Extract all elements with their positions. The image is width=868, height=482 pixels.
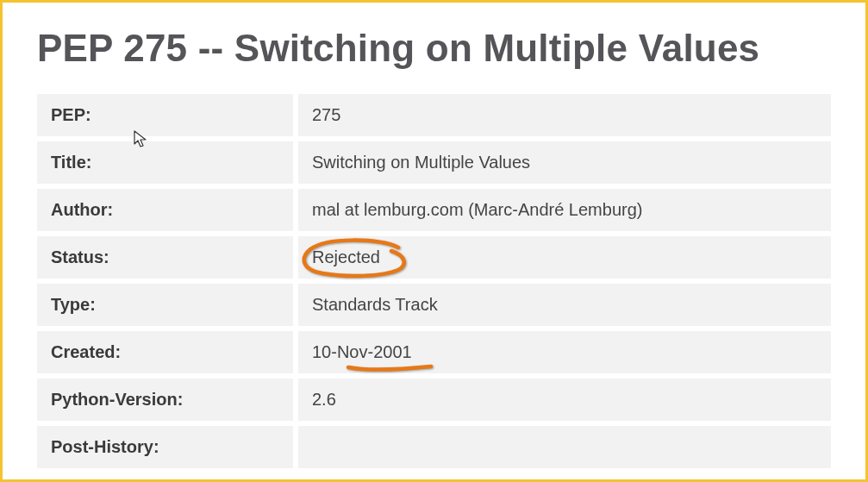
field-label-pep: PEP: xyxy=(37,94,296,139)
field-label-post-history: Post-History: xyxy=(37,423,296,468)
field-value-type: Standards Track xyxy=(296,281,831,329)
annotation-underline-icon xyxy=(345,361,440,377)
field-label-title: Title: xyxy=(37,139,296,186)
document-frame: PEP 275 -- Switching on Multiple Values … xyxy=(0,0,868,482)
field-label-status: Status: xyxy=(37,234,296,281)
field-value-post-history xyxy=(296,423,831,468)
table-row: Type: Standards Track xyxy=(37,281,831,329)
field-value-python-version: 2.6 xyxy=(296,376,831,423)
created-text: 10-Nov-2001 xyxy=(312,342,412,361)
field-value-title: Switching on Multiple Values xyxy=(296,139,831,186)
field-label-type: Type: xyxy=(37,281,296,329)
table-row: Post-History: xyxy=(37,423,831,468)
metadata-table: PEP: 275 Title: Switching on Multiple Va… xyxy=(37,94,831,468)
table-row: Title: Switching on Multiple Values xyxy=(37,139,831,186)
table-row: Status: Rejected xyxy=(37,234,831,281)
table-row: Python-Version: 2.6 xyxy=(37,376,831,423)
table-row: PEP: 275 xyxy=(37,94,831,139)
field-label-created: Created: xyxy=(37,329,296,376)
field-label-python-version: Python-Version: xyxy=(37,376,296,423)
table-row: Created: 10-Nov-2001 xyxy=(37,329,831,376)
field-value-status: Rejected xyxy=(296,234,831,281)
page-title: PEP 275 -- Switching on Multiple Values xyxy=(37,27,831,70)
table-row: Author: mal at lemburg.com (Marc-André L… xyxy=(37,186,831,234)
field-value-pep: 275 xyxy=(296,94,831,139)
field-value-created: 10-Nov-2001 xyxy=(296,329,831,376)
field-label-author: Author: xyxy=(37,186,296,234)
field-value-author: mal at lemburg.com (Marc-André Lemburg) xyxy=(296,186,831,234)
status-text: Rejected xyxy=(312,247,380,266)
